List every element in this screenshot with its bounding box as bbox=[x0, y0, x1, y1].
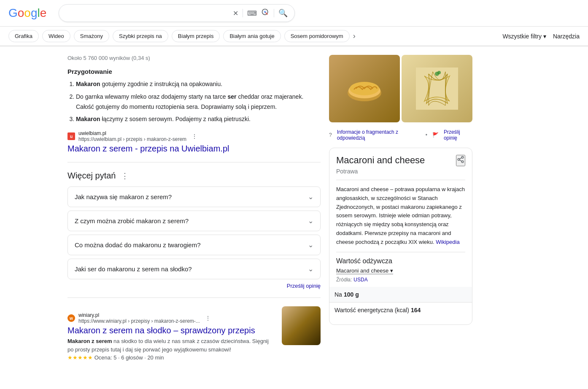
search-input[interactable]: makaron z serem bbox=[66, 9, 229, 17]
logo-o2: o bbox=[24, 6, 30, 20]
faq-question-1: Z czym można zrobić makaron z serem? bbox=[75, 217, 189, 224]
search-button[interactable]: 🔍 bbox=[278, 8, 288, 18]
kp-kcal-row: Wartość energetyczna (kcal) 164 bbox=[329, 302, 472, 318]
logo-e: e bbox=[40, 6, 46, 20]
snippet-bold: Makaron z serem bbox=[67, 338, 112, 344]
chevron-icon-2: ⌄ bbox=[308, 241, 313, 249]
kp-source-label: Źródła: bbox=[336, 277, 352, 283]
source-menu-icon[interactable]: ⋮ bbox=[192, 133, 197, 140]
filter-wideo[interactable]: Wideo bbox=[42, 30, 70, 42]
knowledge-panel: Macaroni and cheese Potrawa Macaroni and… bbox=[329, 148, 472, 325]
food-img-placeholder-right bbox=[402, 55, 472, 122]
divider2-line bbox=[67, 297, 321, 298]
clear-button[interactable]: ✕ bbox=[233, 9, 238, 17]
flag-icon: 🚩 bbox=[432, 132, 439, 138]
second-source-url: https://www.winiary.pl › przepisy › maka… bbox=[78, 318, 200, 324]
filter-sosem[interactable]: Sosem pomidorowym bbox=[284, 30, 350, 42]
stars: ★★★★★ bbox=[67, 354, 93, 361]
opinion-link-right[interactable]: Prześlij opinię bbox=[444, 129, 472, 141]
rating-info: ★★★★★ Ocena: 5 · 6 głosów · 20 min bbox=[67, 354, 275, 361]
opinion-link[interactable]: Prześlij opinię bbox=[67, 283, 321, 289]
more-questions-menu[interactable]: ⋮ bbox=[121, 171, 129, 181]
chevron-icon-1: ⌄ bbox=[308, 217, 313, 225]
kp-source-row: Źródła: USDA bbox=[336, 277, 465, 283]
second-result: w winiary.pl https://www.winiary.pl › pr… bbox=[67, 306, 321, 361]
food-image-left bbox=[329, 55, 400, 122]
keyboard-icon[interactable]: ⌨ bbox=[247, 9, 257, 17]
filter-smazony[interactable]: Smażony bbox=[74, 30, 109, 42]
search-box: makaron z serem ✕ ⌨ 🔍 bbox=[59, 4, 295, 22]
source-url: https://uwielbiam.pl › przepis › makaron… bbox=[78, 136, 186, 142]
svg-point-8 bbox=[458, 159, 460, 161]
left-column: Około 5 760 000 wyników (0,34 s) Przygot… bbox=[0, 46, 329, 369]
header: Google makaron z serem ✕ ⌨ 🔍 bbox=[0, 0, 588, 27]
result-thumbnail bbox=[282, 306, 321, 345]
faq-item-3[interactable]: Jaki ser do makaronu z serem na słodko? … bbox=[67, 259, 321, 279]
kp-share-button[interactable] bbox=[456, 155, 465, 166]
logo-g2: g bbox=[31, 6, 37, 20]
second-favicon: w bbox=[67, 314, 75, 322]
dropdown-arrow: ▾ bbox=[390, 267, 393, 274]
second-source-info: winiary.pl https://www.winiary.pl › prze… bbox=[78, 312, 200, 324]
kp-wiki-link[interactable]: Wikipedia bbox=[436, 239, 459, 245]
kp-per-row: Na 100 g bbox=[329, 287, 472, 302]
kp-nutrition-source-row: Macaroni and cheese ▾ bbox=[336, 267, 465, 274]
question-icon: ? bbox=[329, 132, 332, 138]
divider2 bbox=[274, 9, 274, 17]
kp-header: Macaroni and cheese bbox=[336, 155, 465, 166]
main-content: Około 5 760 000 wyników (0,34 s) Przygot… bbox=[0, 46, 588, 369]
step2-bold: ser bbox=[227, 93, 236, 100]
kp-divider bbox=[336, 180, 465, 180]
recipe-steps: Makaron gotujemy zgodnie z instrukcją na… bbox=[76, 79, 321, 124]
info-fragments-link[interactable]: Informacje o fragmentach z odpowiedzią bbox=[337, 129, 421, 141]
filter-bar: Grafika Wideo Smażony Szybki przepis na … bbox=[0, 27, 588, 46]
more-filters-button[interactable]: › bbox=[353, 32, 356, 41]
kp-nutrition-dropdown[interactable]: Macaroni and cheese ▾ bbox=[336, 267, 393, 274]
logo-l: l bbox=[38, 6, 40, 20]
kp-per-label: Na bbox=[334, 291, 342, 298]
faq-item-1[interactable]: Z czym można zrobić makaron z serem? ⌄ bbox=[67, 211, 321, 231]
filter-szybki[interactable]: Szybki przepis na bbox=[113, 30, 168, 42]
more-questions-title: Więcej pytań bbox=[67, 171, 116, 181]
logo-g: G bbox=[8, 6, 17, 20]
svg-point-7 bbox=[461, 157, 464, 159]
chevron-icon-3: ⌄ bbox=[308, 265, 313, 273]
divider-line bbox=[67, 162, 321, 162]
second-source-menu-icon[interactable]: ⋮ bbox=[205, 315, 211, 321]
chevron-down-icon: ▾ bbox=[543, 33, 546, 40]
right-column: ? Informacje o fragmentach z odpowiedzią… bbox=[329, 46, 481, 369]
food-img-placeholder-left bbox=[329, 55, 400, 122]
filter-grafika[interactable]: Grafika bbox=[8, 30, 39, 42]
votes-label: 6 głosów bbox=[121, 354, 143, 361]
svg-line-11 bbox=[459, 158, 461, 159]
kp-description-text: Macaroni and cheese – potrawa popularna … bbox=[336, 186, 465, 245]
faq-item-2[interactable]: Co można dodać do makaronu z twarogiem? … bbox=[67, 235, 321, 255]
source-favicon: u bbox=[67, 132, 75, 140]
logo-o1: o bbox=[18, 6, 24, 20]
step-3: Makaron łączymy z sosem serowym. Podajem… bbox=[76, 114, 321, 124]
step-2: Do garnka wlewamy mleko oraz dodajemy st… bbox=[76, 92, 321, 112]
filter-bialym2[interactable]: Białym ania gotuje bbox=[223, 30, 281, 42]
second-source-name: winiary.pl bbox=[78, 312, 200, 318]
second-result-text: w winiary.pl https://www.winiary.pl › pr… bbox=[67, 306, 275, 361]
faq-question-2: Co można dodać do makaronu z twarogiem? bbox=[75, 241, 201, 249]
svg-point-6 bbox=[437, 71, 441, 74]
all-filters[interactable]: Wszystkie filtry ▾ bbox=[502, 33, 546, 40]
food-image-right bbox=[402, 55, 472, 122]
kp-title: Macaroni and cheese bbox=[336, 155, 425, 166]
tools-label[interactable]: Narzędzia bbox=[553, 33, 580, 40]
kp-source-link[interactable]: USDA bbox=[353, 277, 367, 283]
svg-point-9 bbox=[461, 161, 464, 163]
rating-label: Ocena: 5 bbox=[94, 354, 117, 361]
all-filters-label: Wszystkie filtry bbox=[502, 33, 542, 40]
dot-separator: • bbox=[426, 132, 427, 138]
step3-bold: Makaron bbox=[76, 116, 100, 122]
second-result-link[interactable]: Makaron z serem na słodko – sprawdzony p… bbox=[67, 326, 275, 335]
kp-kcal-value: 164 bbox=[411, 307, 421, 313]
result-title-link[interactable]: Makaron z serem - przepis na Uwielbiam.p… bbox=[67, 144, 321, 154]
second-result-snippet: Makaron z serem na słodko to dla wielu z… bbox=[67, 337, 275, 354]
filter-bialym[interactable]: Białym przepis bbox=[172, 30, 220, 42]
prep-label: Przygotowanie bbox=[67, 68, 321, 75]
lens-icon[interactable] bbox=[261, 8, 270, 18]
faq-item-0[interactable]: Jak nazywa się makaron z serem? ⌄ bbox=[67, 186, 321, 207]
